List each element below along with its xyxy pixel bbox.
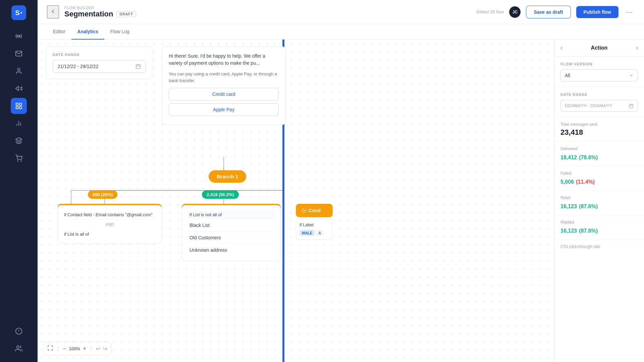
total-messages-value: 23,418 — [560, 128, 638, 137]
right-panel: ‹ Action › FLOW VERSION All DATE RANGE D… — [554, 40, 644, 362]
svg-rect-6 — [16, 103, 18, 105]
delivered-stat: Delivered 18,412 (78.6%) — [554, 142, 644, 166]
chat-bubble: Hi there! Sure, I'd be happy to help. We… — [162, 46, 286, 125]
tab-editor[interactable]: Editor — [47, 24, 71, 40]
edited-timestamp: Edited 25 Nov — [477, 9, 504, 14]
svg-rect-30 — [630, 104, 633, 108]
read-stat: Read 16,123 (87.6%) — [554, 191, 644, 215]
stat-badge-2: 2,418 (56.2%) — [202, 190, 239, 199]
condition1-and: AND — [64, 219, 155, 230]
total-messages-label: Total messages sent — [560, 122, 638, 127]
sidebar-item-campaigns[interactable] — [11, 80, 27, 97]
avatar: JC — [509, 6, 521, 18]
back-button[interactable] — [47, 5, 59, 18]
header-title-group: FLOW BUILDER Segmentation DRAFT — [64, 6, 136, 18]
panel-header: ‹ Action › — [554, 40, 644, 57]
delivered-label: Delivered — [560, 146, 638, 151]
condition1-body: if Contact field - Email contains "@gmai… — [58, 205, 162, 244]
svg-point-18 — [17, 346, 19, 348]
replied-stat: Replied 16,123 (87.6%) — [554, 215, 644, 240]
content-area: DATE RANGE 21/12/22 - 29/12/22 Hi there!… — [38, 40, 644, 362]
condition2-item1: Black List — [188, 219, 274, 232]
panel-prev-button[interactable]: ‹ — [560, 45, 562, 51]
svg-rect-19 — [136, 65, 140, 69]
tab-analytics[interactable]: Analytics — [71, 24, 104, 40]
calendar-icon — [136, 64, 141, 69]
condition3-body: if Label MALE A — [296, 219, 333, 240]
svg-point-1 — [17, 68, 20, 71]
condition3-icon — [302, 208, 307, 213]
flow-connectors — [38, 40, 554, 362]
condition3-header[interactable]: Cond — [296, 204, 333, 217]
tabs: Editor Analytics Flow Log — [38, 24, 644, 40]
condition2-body: if List is not all of Black List Old Cus… — [182, 205, 281, 261]
panel-calendar-icon — [629, 104, 634, 108]
flow-version-label: FLOW VERSION — [560, 62, 638, 66]
condition1-rule: if Contact field - Email contains "@gmai… — [64, 210, 155, 219]
svg-rect-8 — [19, 107, 21, 109]
panel-next-button[interactable]: › — [636, 45, 638, 51]
logo[interactable]: S✦ — [11, 5, 26, 20]
chat-subtext: You can pay using a credit card, Apple P… — [169, 71, 279, 84]
branch1-node[interactable]: Branch 1 — [209, 170, 246, 183]
canvas[interactable]: DATE RANGE 21/12/22 - 29/12/22 Hi there!… — [38, 40, 554, 362]
sidebar-item-contacts[interactable] — [11, 63, 27, 79]
tag-a: A — [316, 230, 323, 236]
header: FLOW BUILDER Segmentation DRAFT Edited 2… — [38, 0, 644, 24]
breadcrumb: FLOW BUILDER — [64, 6, 136, 10]
publish-button[interactable]: Publish flow — [576, 6, 619, 18]
zoom-out-button[interactable]: − — [63, 346, 66, 352]
svg-rect-9 — [16, 107, 18, 109]
flow-version-select[interactable]: All — [560, 69, 638, 81]
zoom-level: 100% — [69, 346, 80, 351]
svg-point-13 — [17, 161, 18, 161]
zoom-in-button[interactable]: + — [83, 346, 87, 352]
credit-card-button[interactable]: Credit card — [169, 88, 279, 101]
sidebar-item-commerce[interactable] — [11, 150, 27, 166]
total-messages-stat: Total messages sent 23,418 — [554, 117, 644, 142]
svg-point-0 — [18, 35, 20, 37]
svg-rect-7 — [19, 103, 21, 105]
sidebar-item-team[interactable] — [11, 341, 27, 357]
main-content: FLOW BUILDER Segmentation DRAFT Edited 2… — [38, 0, 644, 362]
read-label: Read — [560, 195, 638, 200]
condition3-container: Cond if Label MALE A — [296, 204, 333, 240]
failed-label: Failed — [560, 171, 638, 176]
sidebar-item-inbox[interactable] — [11, 46, 27, 62]
sidebar-item-integrations[interactable] — [11, 133, 27, 149]
date-filter-input[interactable]: 21/12/22 - 29/12/22 — [53, 60, 146, 73]
apple-pay-button[interactable]: Apple Pay — [169, 103, 279, 116]
page-title: Segmentation DRAFT — [64, 10, 136, 18]
sidebar-item-analytics[interactable] — [11, 115, 27, 131]
stat-badge-1: 600 (20%) — [88, 190, 117, 199]
condition1-list: if List is all of — [64, 230, 155, 239]
sidebar-item-flows[interactable] — [11, 98, 27, 114]
sidebar-item-info[interactable] — [11, 323, 27, 339]
expand-button[interactable] — [47, 345, 53, 352]
draft-badge: DRAFT — [116, 11, 136, 17]
delivered-value: 18,412 (78.6%) — [560, 153, 638, 161]
panel-date-section: DATE RANGE DD/MM/YY - DD/MM/YY — [554, 87, 644, 117]
save-draft-button[interactable]: Save as draft — [526, 6, 571, 18]
svg-point-14 — [21, 161, 21, 161]
redo-button[interactable]: ↪ — [103, 346, 107, 352]
chevron-down-icon — [629, 73, 634, 78]
condition2-item2: Old Customers — [188, 232, 274, 244]
undo-button[interactable]: ↩ — [96, 346, 100, 352]
flow-version-section: FLOW VERSION All — [554, 57, 644, 87]
condition2-item3: Unknown address — [188, 244, 274, 256]
tab-flow-log[interactable]: Flow Log — [104, 24, 136, 40]
date-filter-label: DATE RANGE — [53, 53, 146, 57]
chat-message: Hi there! Sure, I'd be happy to help. We… — [169, 53, 279, 67]
panel-date-input[interactable]: DD/MM/YY - DD/MM/YY — [560, 100, 638, 112]
sidebar-item-broadcast[interactable] — [11, 28, 27, 44]
sidebar-nav — [11, 28, 27, 323]
more-options-button[interactable]: ⋯ — [624, 6, 635, 18]
failed-stat: Failed 5,006 (11.4%) — [554, 166, 644, 191]
panel-date-label: DATE RANGE — [560, 93, 638, 97]
sidebar: S✦ — [0, 0, 38, 362]
replied-value: 16,123 (87.6%) — [560, 226, 638, 235]
cta-label: CTA click-through rate — [554, 240, 644, 254]
condition2-rule: if List is not all of — [188, 210, 274, 219]
condition3-if: if Label — [300, 222, 329, 227]
